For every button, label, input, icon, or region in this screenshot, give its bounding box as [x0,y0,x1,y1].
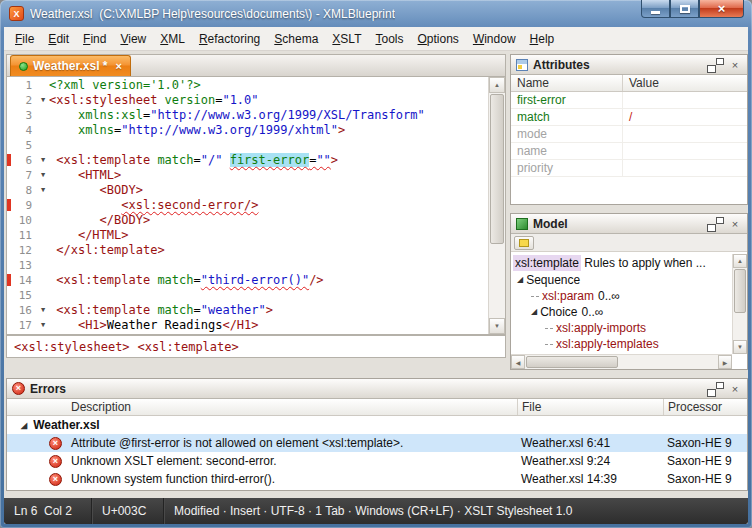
errors-group-row[interactable]: ◢ Weather.xsl [7,416,747,434]
column-description[interactable]: Description [67,399,517,415]
column-processor[interactable]: Processor [663,399,747,415]
panel-close-button[interactable]: × [728,382,742,396]
code-line-11[interactable]: 11 </HTML> [7,228,488,243]
code-text: <?xml version='1.0'?> [49,78,488,93]
model-horizontal-scrollbar[interactable]: ◀ ▶ [511,354,732,369]
menu-item-view[interactable]: View [113,28,153,50]
model-vertical-scrollbar[interactable]: ▲ ▼ [732,254,747,354]
code-line-15[interactable]: 15 [7,288,488,303]
fold-icon[interactable]: ▼ [37,303,49,318]
scroll-down-icon[interactable]: ▼ [489,318,505,334]
expander-icon[interactable]: ◢ [21,421,27,430]
editor-vertical-scrollbar[interactable]: ▲ ▼ [488,77,505,334]
menu-item-tools[interactable]: Tools [368,28,410,50]
code-line-2[interactable]: 2▼<xsl:stylesheet version="1.0" [7,93,488,108]
model-tree-item[interactable]: xsl:apply-imports [511,320,732,336]
expander-icon[interactable]: ◢ [517,272,523,288]
documentation-toggle-button[interactable] [514,236,534,250]
code-token: = [194,273,201,287]
model-tree-item[interactable]: ◢Sequence [511,272,732,288]
scroll-left-icon[interactable]: ◀ [511,355,525,369]
code-text: <xsl:second-error/> [49,198,488,213]
code-line-5[interactable]: 5 [7,138,488,153]
scrollbar-thumb[interactable] [526,356,618,368]
attribute-row-mode[interactable]: mode [511,126,747,143]
scroll-up-icon[interactable]: ▲ [733,254,747,268]
menu-item-options[interactable]: Options [411,28,466,50]
code-line-9[interactable]: 9 <xsl:second-error/> [7,198,488,213]
column-file[interactable]: File [517,399,663,415]
menu-item-edit[interactable]: Edit [41,28,76,50]
fold-icon[interactable]: ▼ [37,93,49,108]
title-bar[interactable]: X Weather.xsl (C:\XMLBP Help\resources\d… [0,0,622,27]
menu-item-window[interactable]: Window [466,28,523,50]
fold-icon[interactable]: ▼ [37,318,49,333]
code-area[interactable]: 1<?xml version='1.0'?>2▼<xsl:stylesheet … [7,77,488,334]
code-line-13[interactable]: 13 [7,258,488,273]
model-panel-title: Model [533,217,704,231]
scrollbar-thumb[interactable] [734,269,746,313]
scroll-down-icon[interactable]: ▼ [733,340,747,354]
code-line-14[interactable]: 14 <xsl:template match="third-error()"/> [7,273,488,288]
attributes-list: first-errormatch/modenamepriority [511,92,747,177]
code-line-6[interactable]: 6▼ <xsl:template match="/" first-error="… [7,153,488,168]
attribute-row-priority[interactable]: priority [511,160,747,177]
minimize-button[interactable] [641,0,670,18]
panel-close-button[interactable]: × [728,58,742,72]
code-line-1[interactable]: 1<?xml version='1.0'?> [7,78,488,93]
fold-icon[interactable]: ▼ [37,183,49,198]
model-tree-item[interactable]: ◢Choice0..∞ [511,304,732,320]
menu-item-xml[interactable]: XML [153,28,192,50]
model-tree-item[interactable]: xsl:param0..∞ [511,288,732,304]
code-line-17[interactable]: 17▼ <H1>Weather Readings</H1> [7,318,488,333]
breadcrumb-item[interactable]: <xsl:stylesheet> [14,340,130,354]
code-editor[interactable]: 1<?xml version='1.0'?>2▼<xsl:stylesheet … [6,76,506,335]
code-token: "third-error()" [201,273,309,287]
tab-weather-xsl[interactable]: Weather.xsl * × [10,55,131,76]
code-line-3[interactable]: 3 xmlns:xsl="http://www.w3.org/1999/XSL/… [7,108,488,123]
menu-item-xslt[interactable]: XSLT [325,28,368,50]
menu-bar: FileEditFindViewXMLRefactoringSchemaXSLT… [4,27,748,51]
close-button[interactable]: × [699,0,744,18]
scrollbar-thumb[interactable] [490,94,504,244]
fold-margin [37,78,49,93]
column-name[interactable]: Name [511,75,623,91]
model-panel: Model × xsl:template Rules to apply when… [510,213,748,370]
menu-item-file[interactable]: File [8,28,41,50]
model-current-element[interactable]: xsl:template [513,255,581,271]
menu-item-schema[interactable]: Schema [267,28,325,50]
column-value[interactable]: Value [623,75,747,91]
expander-icon[interactable]: ◢ [531,304,537,320]
attribute-row-name[interactable]: name [511,143,747,160]
code-line-8[interactable]: 8▼ <BODY> [7,183,488,198]
code-line-7[interactable]: 7▼ <HTML> [7,168,488,183]
breadcrumb-item[interactable]: <xsl:template> [138,340,239,354]
error-file: Weather.xsl 14:39 [517,472,663,486]
code-line-12[interactable]: 12 </xsl:template> [7,243,488,258]
fold-icon[interactable]: ▼ [37,168,49,183]
error-row-3[interactable]: ×Unknown system function third-error().W… [7,470,747,488]
error-row-1[interactable]: ×Attribute @first-error is not allowed o… [7,434,747,452]
code-token: <xsl:stylesheet [49,93,157,107]
panel-close-button[interactable]: × [728,217,742,231]
menu-item-help[interactable]: Help [523,28,562,50]
code-line-4[interactable]: 4 xmlns="http://www.w3.org/1999/xhtml"> [7,123,488,138]
scroll-right-icon[interactable]: ▶ [718,355,732,369]
code-text: <xsl:stylesheet version="1.0" [49,93,488,108]
scroll-up-icon[interactable]: ▲ [489,77,505,93]
menu-item-find[interactable]: Find [76,28,113,50]
error-row-2[interactable]: ×Unknown XSLT element: second-error.Weat… [7,452,747,470]
attribute-row-first-error[interactable]: first-error [511,92,747,109]
fold-margin [37,123,49,138]
attribute-row-match[interactable]: match/ [511,109,747,126]
code-line-16[interactable]: 16▼ <xsl:template match="weather"> [7,303,488,318]
line-number: 9 [13,198,37,213]
code-token: <xsl:second-error/> [121,198,258,212]
tab-close-icon[interactable]: × [115,60,121,72]
fold-icon[interactable]: ▼ [37,153,49,168]
code-token: "http://www.w3.org/1999/XSL/Transform" [150,108,425,122]
model-tree-item[interactable]: xsl:apply-templates [511,336,732,352]
code-line-10[interactable]: 10 </BODY> [7,213,488,228]
maximize-button[interactable] [670,0,699,18]
menu-item-refactoring[interactable]: Refactoring [192,28,267,50]
